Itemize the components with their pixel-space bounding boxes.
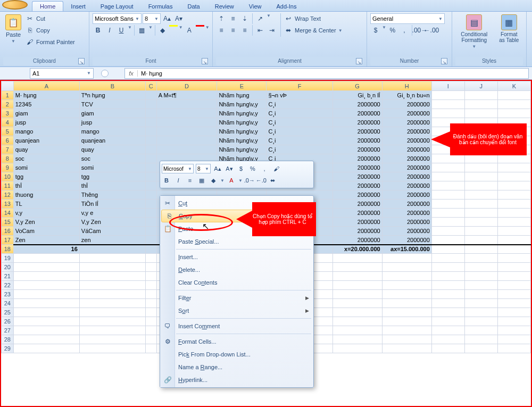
cell[interactable] [431,218,464,227]
cell[interactable] [156,136,217,145]
cell[interactable]: 16 [13,245,79,254]
ctx-pick-list[interactable]: Pick From Drop-down List... [160,348,313,361]
cell[interactable] [145,172,156,181]
col-header-E[interactable]: E [217,81,267,91]
cell[interactable]: Nhãm hµng\v,y [217,100,267,109]
cell[interactable]: tgg [13,172,79,181]
format-as-table-button[interactable]: ▦ Format as Table [495,13,523,44]
row-header[interactable]: 26 [2,317,14,326]
cell[interactable] [431,91,464,100]
cell[interactable] [382,290,431,299]
cell[interactable] [156,127,217,136]
cell[interactable]: Nhãm hµng\v,y [217,109,267,118]
cell[interactable] [13,344,79,353]
ctx-sort[interactable]: Sort▶ [160,304,313,317]
cell[interactable] [464,100,497,109]
cell[interactable]: Nhãm hµng\v,y [217,136,267,145]
cell[interactable]: TL [13,200,79,209]
cell[interactable] [382,344,431,353]
cell[interactable] [145,299,156,308]
cell[interactable]: soc [13,154,79,163]
cell[interactable]: C¸i [267,109,332,118]
cell[interactable] [145,272,156,281]
cell[interactable] [13,299,79,308]
indent-decrease-icon[interactable]: ⇤ [255,25,265,36]
formula-input[interactable]: fx M· hµng [124,68,529,79]
cell[interactable]: 2000000 [382,172,431,181]
cell[interactable]: 2000000 [332,209,382,218]
cell[interactable] [13,317,79,326]
cell[interactable] [145,127,156,136]
cell[interactable] [332,254,382,263]
cell[interactable] [431,163,464,172]
cell[interactable] [145,91,156,100]
cell[interactable]: Gi¸ b¸n lÎ [332,91,382,100]
cell[interactable] [79,308,145,317]
conditional-formatting-button[interactable]: ▤ Conditional Formatting▼ [455,13,493,50]
row-header[interactable]: 29 [2,344,14,353]
cell[interactable] [431,317,464,326]
align-right-icon[interactable]: ≡ [239,25,250,36]
cell[interactable] [382,317,431,326]
cell[interactable]: quay [79,145,145,154]
row-header[interactable]: 19 [2,254,14,263]
cell[interactable]: thÎ [13,181,79,190]
tab-home[interactable]: Home [32,1,63,11]
chevron-down-icon[interactable]: ▼ [382,25,386,36]
cell[interactable] [145,245,156,254]
cell[interactable] [497,163,530,172]
cell[interactable] [497,308,530,317]
cell[interactable] [497,154,530,163]
cell[interactable]: Zen [13,236,79,245]
cell[interactable] [13,272,79,281]
tab-review[interactable]: Review [207,2,242,11]
cell[interactable]: 2000000 [332,227,382,236]
cell[interactable] [464,263,497,272]
cell[interactable] [497,172,530,181]
cell[interactable] [145,281,156,290]
cell[interactable] [431,154,464,163]
cut-button[interactable]: ✂Cut [26,13,75,24]
indent-increase-icon[interactable]: ⇥ [267,25,277,36]
decrease-decimal-icon[interactable]: ←.00 [426,25,437,36]
cell[interactable] [79,326,145,335]
cell[interactable] [145,254,156,263]
cell[interactable] [332,317,382,326]
tab-insert[interactable]: Insert [63,2,93,11]
wrap-text-button[interactable]: ↩Wrap Text [284,13,343,24]
cell[interactable] [497,335,530,344]
cell[interactable] [464,218,497,227]
font-color-icon[interactable]: A [184,25,195,36]
cell[interactable]: 2000000 [332,181,382,190]
cell[interactable]: 2000000 [382,209,431,218]
cell[interactable]: M· hµng [13,91,79,100]
cell[interactable]: 2000000 [382,181,431,190]
cell[interactable] [79,317,145,326]
cell[interactable]: x=20.000.000 [332,245,382,254]
cell[interactable]: 2000000 [332,118,382,127]
launcher-icon[interactable]: ↘ [441,58,447,64]
cell[interactable] [382,326,431,335]
cell[interactable]: Nhãm hµng\v,y [217,127,267,136]
cell[interactable] [497,91,530,100]
cell[interactable] [145,236,156,245]
cell[interactable]: jusp [13,118,79,127]
col-header-I[interactable]: I [431,81,464,91]
cell[interactable] [497,218,530,227]
cell[interactable]: VoCam [13,227,79,236]
cell[interactable] [497,100,530,109]
cell[interactable]: 2000000 [382,190,431,200]
cell[interactable] [79,245,145,254]
cell[interactable] [13,308,79,317]
cell[interactable] [13,254,79,263]
cell[interactable]: TiÒn lÎ [79,200,145,209]
row-header[interactable]: 11 [2,181,14,190]
cell[interactable] [431,299,464,308]
cell[interactable] [382,263,431,272]
cell[interactable] [145,100,156,109]
cell[interactable] [497,254,530,263]
cell[interactable] [79,263,145,272]
cell[interactable] [145,154,156,163]
cell[interactable] [497,344,530,353]
cell[interactable]: 2000000 [332,145,382,154]
